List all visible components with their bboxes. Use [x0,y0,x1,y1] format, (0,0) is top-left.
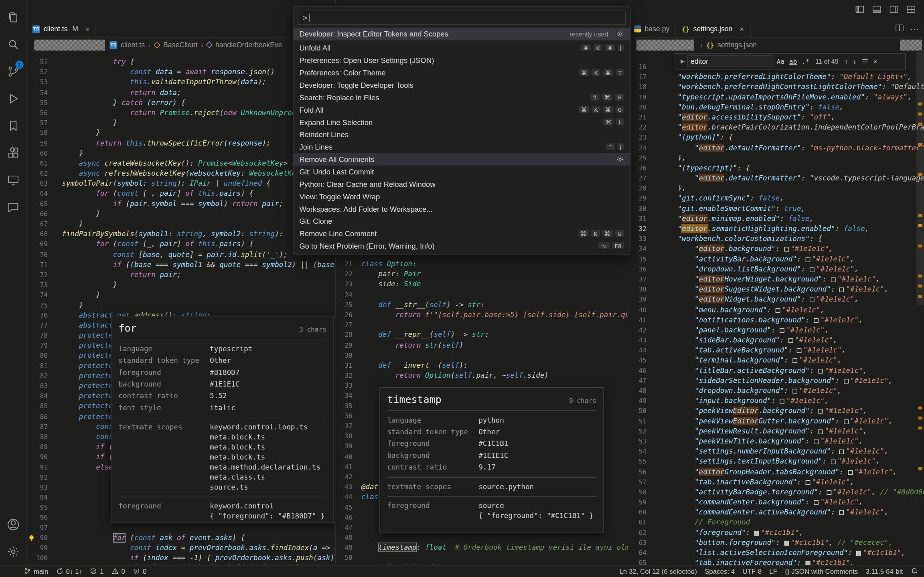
line-number[interactable]: 22 [337,269,352,279]
line-number[interactable]: 83 [35,381,48,391]
line-number[interactable]: 98 [35,533,48,543]
line-number[interactable]: 16 [629,62,646,72]
line-number[interactable]: 23 [337,279,352,290]
line-number[interactable]: 62 [35,168,48,178]
line-number[interactable]: 74 [35,290,48,300]
palette-item[interactable]: Expand Line Selection⌘L [294,116,630,128]
line-number[interactable]: 52 [35,67,48,77]
line-number[interactable]: 56 [629,467,646,477]
palette-item[interactable]: View: Toggle Word Wrap [294,190,630,203]
line-number[interactable]: 85 [35,401,48,411]
status-item[interactable]: Spaces: 4 [705,568,735,575]
line-number[interactable]: 51 [35,57,48,67]
line-number[interactable]: 25 [629,153,646,163]
activity-remote-explorer-icon[interactable] [0,166,26,193]
line-number[interactable]: 41 [337,462,352,472]
line-number[interactable]: 67 [35,219,48,229]
activity-search-icon[interactable] [0,30,26,58]
lightbulb-icon[interactable] [28,534,35,542]
close-icon[interactable]: × [873,57,877,65]
activity-account-icon[interactable] [0,511,26,538]
activity-explorer-icon[interactable] [0,4,26,31]
status-item-warning[interactable]: 0 [111,567,125,575]
palette-item[interactable]: Reindent Lines [294,128,630,141]
line-number[interactable]: 28 [337,330,352,340]
line-number[interactable]: 64 [629,548,646,558]
line-number[interactable]: 54 [35,87,48,97]
line-number[interactable]: 100 [35,553,48,563]
customize-layout-icon[interactable] [906,5,916,16]
line-number[interactable]: 48 [337,532,352,543]
line-number[interactable]: 34 [337,391,352,401]
status-item-ports[interactable]: 0 [133,567,146,575]
palette-item[interactable]: Remove Line Comment⌘K⌘U [294,227,630,240]
line-number[interactable]: 35 [629,254,646,264]
line-number[interactable]: 97 [35,523,48,533]
line-number[interactable]: 53 [35,77,48,87]
palette-item[interactable]: Workspaces: Close Workspace⌘KF [294,252,630,255]
line-number[interactable]: 42 [337,472,352,482]
line-number[interactable]: 27 [337,320,352,330]
toggle-panel-icon[interactable] [872,5,882,16]
line-number[interactable]: 25 [337,300,352,310]
activity-comments-icon[interactable] [0,193,26,221]
editor-settings-json[interactable]: 1617 "workbench.preferredLightColorTheme… [628,52,924,565]
line-number[interactable]: 71 [35,260,48,270]
more-actions-icon[interactable]: ⋯ [910,24,920,35]
breadcrumb-class[interactable]: BaseClient [163,40,197,49]
line-number[interactable]: 81 [35,361,48,371]
line-number[interactable]: 79 [35,341,48,351]
line-number[interactable]: 43 [629,335,646,345]
line-number[interactable]: 59 [35,138,48,148]
line-number[interactable]: 18 [629,82,646,92]
line-number[interactable]: 76 [35,310,48,320]
line-number[interactable]: 40 [629,305,646,315]
line-number[interactable]: 65 [35,199,48,209]
line-number[interactable]: 36 [337,411,352,421]
close-icon[interactable]: × [740,24,744,33]
configure-keybinding-gear-icon[interactable] [616,156,624,163]
status-item[interactable]: Ln 32, Col 12 (6 selected) [619,568,697,575]
palette-item[interactable]: Python: Clear Cache and Reload Window [294,178,630,190]
breadcrumb-method[interactable]: handleOrderbookEve [215,40,282,49]
line-number[interactable]: 61 [35,158,48,168]
status-item[interactable]: LF [769,568,777,575]
line-number[interactable]: 31 [629,214,646,224]
configure-keybinding-gear-icon[interactable] [616,30,624,38]
line-number[interactable]: 92 [35,472,48,482]
line-number[interactable]: 58 [35,128,48,138]
line-number[interactable]: 47 [337,522,352,532]
line-number[interactable]: 89 [35,442,48,452]
line-number[interactable]: 40 [337,451,352,462]
line-number[interactable]: 64 [35,189,48,199]
status-item[interactable]: UTF-8 [742,568,762,575]
line-number[interactable]: 50 [629,406,646,416]
breadcrumb-file[interactable]: client.ts [121,40,145,49]
status-item-sync[interactable]: 0↓ 1↑ [56,567,82,575]
line-number[interactable]: 36 [629,264,646,274]
line-number[interactable]: 48 [629,386,646,396]
line-number[interactable]: 46 [629,366,646,376]
palette-item[interactable]: Git: Clone [294,215,630,227]
line-number[interactable]: 31 [337,360,352,370]
palette-item[interactable]: Developer: Toggle Developer Tools [294,79,630,91]
line-number[interactable]: 73 [35,280,48,290]
whole-word-icon[interactable]: ab [789,57,797,65]
line-number[interactable]: 38 [337,431,352,441]
palette-item[interactable]: Search: Replace in Files⇧⌘H [294,91,630,104]
line-number[interactable]: 38 [629,285,646,295]
line-number[interactable]: 26 [337,310,352,320]
line-number[interactable]: 87 [35,422,48,432]
line-number[interactable]: 91 [35,462,48,472]
line-number[interactable]: 55 [629,457,646,467]
line-number[interactable]: 94 [35,492,48,502]
line-number[interactable]: 52 [629,426,646,436]
line-number[interactable]: 49 [629,396,646,406]
line-number[interactable]: 50 [337,553,352,563]
line-number[interactable]: 90 [35,452,48,462]
line-number[interactable]: 99 [35,543,48,553]
line-number[interactable]: 63 [35,179,48,189]
line-number[interactable]: 57 [629,477,646,487]
line-number[interactable]: 17 [629,72,646,82]
line-number[interactable]: 72 [35,270,48,280]
